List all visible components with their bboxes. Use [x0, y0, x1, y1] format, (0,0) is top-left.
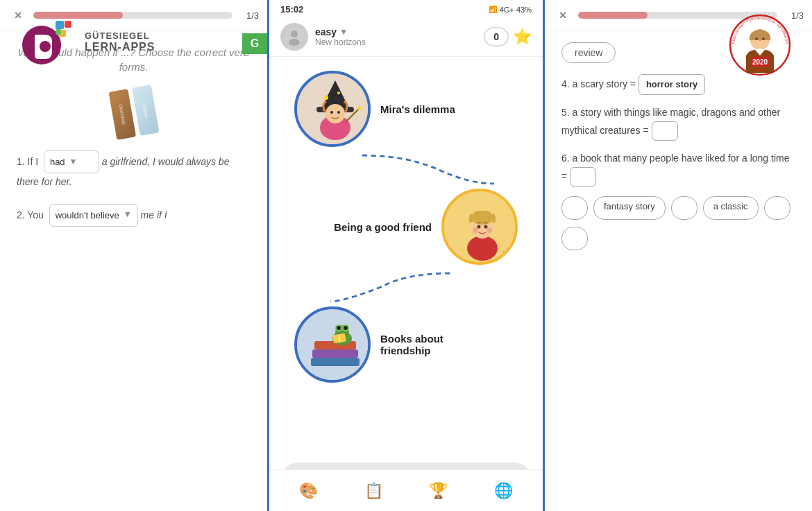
svg-point-15 — [467, 236, 498, 261]
svg-point-19 — [484, 225, 488, 229]
phone-bottom-nav: 🎨 📋 🏆 🌐 — [269, 469, 543, 511]
word-chip-empty-2[interactable] — [671, 196, 697, 220]
status-signal-icon: 4G+ 43% — [500, 6, 532, 14]
sentence-1-dropdown[interactable]: had ▼ — [44, 150, 99, 173]
word-chip-classic[interactable]: a classic — [703, 196, 759, 220]
phone-subtitle: New horizons — [315, 37, 477, 47]
svg-point-6 — [324, 96, 328, 100]
vocab-item-6: 6. a book that many people have liked fo… — [561, 150, 795, 187]
choc-label-chocolate: chocolate — [118, 104, 126, 125]
level-text: easy — [315, 26, 337, 37]
left-panel: × 1/3 G What would happen if ...? Choose… — [0, 0, 267, 511]
vocab-num-4: 4. — [561, 78, 573, 89]
phone-status-bar: 15:02 📶 4G+ 43% — [269, 0, 543, 17]
review-button[interactable]: review — [561, 42, 616, 63]
phone-level[interactable]: easy ▼ — [315, 26, 477, 37]
sentence-row-2: 2. You wouldn't believe ▼ me if I — [17, 204, 251, 227]
svg-point-2 — [289, 39, 300, 46]
connector-svg-1 — [280, 150, 532, 189]
dropdown-2-arrow: ▼ — [124, 207, 132, 223]
svg-point-43 — [755, 37, 758, 40]
phone-avatar — [280, 23, 308, 51]
logo-text-bold: LERN-APPS — [85, 41, 155, 53]
node-label-books-friendship: Books about friendship — [380, 333, 491, 356]
node-circle-books-friendship: ☆ — [294, 306, 371, 383]
dropdown-1-arrow: ▼ — [69, 155, 78, 170]
node-label-miras-dilemma: Mira's dilemma — [380, 103, 455, 115]
vocab-answer-6[interactable] — [570, 167, 596, 187]
node-star-friend: ☆ — [501, 244, 514, 261]
chocolate-image: chocolate colgate — [108, 85, 159, 140]
score-star-icon: ⭐ — [513, 28, 532, 46]
story-nodes: ☆ Mira's dilemma Being a good friend — [280, 64, 532, 393]
nav-paint-button[interactable]: 🎨 — [299, 482, 318, 500]
node-row-miras-dilemma[interactable]: ☆ Mira's dilemma — [280, 71, 532, 147]
phone-panel: 15:02 📶 4G+ 43% easy ▼ New horizons 0 ⭐ — [267, 0, 545, 511]
left-page-count: 1/3 — [238, 10, 259, 21]
svg-rect-23 — [311, 358, 360, 366]
nav-clipboard-button[interactable]: 📋 — [364, 482, 383, 500]
svg-point-10 — [330, 111, 333, 114]
node-circle-miras-dilemma: ☆ — [294, 71, 371, 147]
phone-header: easy ▼ New horizons 0 ⭐ — [269, 17, 543, 57]
svg-rect-39 — [56, 29, 61, 35]
word-chips: fantasy story a classic — [561, 196, 795, 220]
choc-bar-white: colgate — [131, 85, 159, 136]
svg-text:2020: 2020 — [752, 58, 768, 66]
sentence-2-dropdown[interactable]: wouldn't believe ▼ — [49, 204, 138, 227]
gutesiegel-icon — [21, 14, 76, 69]
word-chip-empty-3[interactable] — [764, 196, 790, 220]
sentence-1-value: had — [50, 154, 65, 170]
choc-label-colgate: colgate — [142, 102, 149, 118]
gutesiegel-logo-area: GÜTESIEGEL LERN-APPS — [21, 14, 155, 69]
node-row-books-friendship[interactable]: ☆ Books about friendship — [280, 306, 532, 383]
vocab-text-4: a scary story = — [573, 78, 638, 89]
node-star-books: ☆ — [354, 362, 366, 379]
right-panel: × 1/3 review 4. a scary story = horror s… — [545, 0, 812, 511]
svg-rect-36 — [56, 21, 64, 29]
svg-point-20 — [473, 227, 478, 233]
sentence-2-value: wouldn't believe — [56, 207, 119, 223]
svg-point-35 — [40, 41, 51, 52]
svg-point-31 — [344, 326, 348, 330]
word-chip-fantasy[interactable]: fantasy story — [593, 196, 666, 220]
logo-text-area: GÜTESIEGEL LERN-APPS — [85, 31, 155, 53]
status-wifi-icon: 📶 — [489, 6, 497, 13]
svg-point-21 — [487, 227, 492, 233]
svg-text:Siegel: Siegel — [756, 69, 765, 72]
vocab-num-5: 5. — [561, 107, 573, 118]
vocab-item-5: 5. a story with things like magic, drago… — [561, 105, 795, 141]
word-chip-empty-1[interactable] — [561, 196, 588, 220]
svg-point-44 — [762, 37, 765, 40]
svg-point-30 — [337, 326, 341, 330]
vocab-item-4: 4. a scary story = horror story — [561, 74, 795, 95]
logo-text-top: GÜTESIEGEL — [85, 31, 155, 41]
status-icons: 📶 4G+ 43% — [489, 6, 532, 14]
vocab-answer-4[interactable]: horror story — [638, 74, 705, 95]
vocab-num-6: 6. — [561, 153, 573, 164]
phone-content: ☆ Mira's dilemma Being a good friend — [269, 57, 543, 456]
connector-2 — [280, 268, 532, 306]
score-badge: 0 — [484, 27, 509, 46]
sentence-num-1: 1. If I — [17, 156, 41, 167]
sentence-2-suffix: me if I — [141, 209, 167, 220]
svg-point-7 — [337, 92, 340, 94]
svg-point-11 — [337, 111, 340, 114]
phone-title-area: easy ▼ New horizons — [315, 26, 477, 47]
node-label-being-good-friend: Being a good friend — [334, 221, 432, 233]
comenius-logo-svg: GESELLSCHAFT FÜR PÄDAGOGIK, INFORMATION … — [729, 14, 791, 76]
gutesiegel-logo: GÜTESIEGEL LERN-APPS — [21, 14, 155, 69]
nav-trophy-button[interactable]: 🏆 — [429, 482, 448, 500]
svg-rect-37 — [65, 21, 71, 28]
node-circle-being-good-friend: ☆ — [441, 189, 518, 265]
status-time: 15:02 — [280, 4, 303, 15]
svg-point-1 — [291, 31, 298, 37]
sentence-row-1: 1. If I had ▼ a girlfriend, I would alwa… — [17, 150, 251, 191]
comenius-logo: GESELLSCHAFT FÜR PÄDAGOGIK, INFORMATION … — [729, 14, 791, 76]
node-row-being-good-friend[interactable]: Being a good friend — [280, 189, 532, 265]
right-close-button[interactable]: × — [553, 6, 573, 25]
nav-globe-button[interactable]: 🌐 — [494, 482, 513, 500]
vocab-answer-5[interactable] — [652, 121, 678, 141]
left-g-badge: G — [242, 33, 267, 54]
word-chip-empty-4[interactable] — [561, 227, 588, 250]
